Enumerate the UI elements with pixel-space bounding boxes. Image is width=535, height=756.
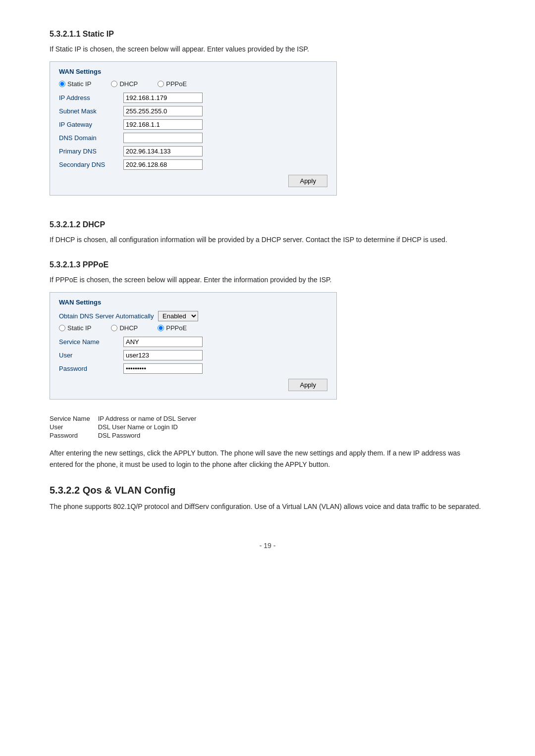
field-user-label: User [59,352,123,359]
ip-address-input[interactable] [123,93,203,103]
pppoe-radio-pppoe-label: PPPoE [166,324,187,332]
legend-service-name-desc: IP Address or name of DSL Server [98,414,205,423]
field-dns-domain: DNS Domain [59,133,327,143]
static-ip-wan-box: WAN Settings Static IP DHCP PPPoE IP Add… [50,61,337,196]
field-ip-address: IP Address [59,93,327,103]
legend-password-desc: DSL Password [98,431,205,440]
field-subnet-mask: Subnet Mask [59,106,327,116]
legend-service-name-field: Service Name [50,414,98,423]
radio-pppoe[interactable] [158,81,164,87]
static-ip-radio-static[interactable]: Static IP [59,80,91,88]
static-ip-wan-title: WAN Settings [59,68,327,75]
dhcp-heading: 5.3.2.1.2 DHCP [50,220,485,229]
pppoe-radio-row: Static IP DHCP PPPoE [59,324,327,332]
secondary-dns-input[interactable] [123,159,203,170]
field-subnet-mask-label: Subnet Mask [59,107,123,115]
radio-static-ip[interactable] [59,81,65,87]
ip-gateway-input[interactable] [123,119,203,130]
legend-user-desc: DSL User Name or Login ID [98,423,205,431]
obtain-dns-select[interactable]: Enabled Disabled [158,311,198,321]
field-secondary-dns-label: Secondary DNS [59,161,123,168]
pppoe-radio-static-ip[interactable] [59,325,65,331]
static-ip-section: 5.3.2.1.1 Static IP If Static IP is chos… [50,30,485,205]
static-ip-radio-pppoe[interactable]: PPPoE [158,80,187,88]
pppoe-heading: 5.3.2.1.3 PPPoE [50,260,485,269]
radio-pppoe-label: PPPoE [166,80,187,88]
radio-dhcp[interactable] [111,81,117,87]
legend-user: User DSL User Name or Login ID [50,423,204,431]
subnet-mask-input[interactable] [123,106,203,116]
legend-service-name: Service Name IP Address or name of DSL S… [50,414,204,423]
qos-vlan-heading: 5.3.2.2 Qos & VLAN Config [50,485,485,496]
pppoe-radio-static-label: Static IP [67,324,91,332]
field-password-label: Password [59,365,123,372]
qos-vlan-description: The phone supports 802.1Q/P protocol and… [50,501,485,512]
legend-password: Password DSL Password [50,431,204,440]
field-primary-dns-label: Primary DNS [59,148,123,155]
field-service-name: Service Name [59,337,327,347]
radio-static-ip-label: Static IP [67,80,91,88]
pppoe-wan-title: WAN Settings [59,299,327,306]
pppoe-section: 5.3.2.1.3 PPPoE If PPPoE is chosen, the … [50,260,485,470]
field-user: User [59,350,327,360]
legend-user-field: User [50,423,98,431]
static-ip-apply-row: Apply [59,175,327,187]
field-ip-gateway-label: IP Gateway [59,121,123,128]
service-name-input[interactable] [123,337,203,347]
pppoe-radio-dhcp[interactable] [111,325,117,331]
dhcp-description: If DHCP is chosen, all configuration inf… [50,234,485,245]
field-secondary-dns: Secondary DNS [59,159,327,170]
pppoe-radio-dhcp-label: DHCP [119,324,138,332]
pppoe-apply-row: Apply [59,379,327,391]
pppoe-field-legend: Service Name IP Address or name of DSL S… [50,414,485,440]
radio-dhcp-label: DHCP [119,80,138,88]
field-ip-gateway: IP Gateway [59,119,327,130]
field-service-name-label: Service Name [59,338,123,346]
obtain-dns-row: Obtain DNS Server Automatically Enabled … [59,311,327,321]
pppoe-after-text: After entering the new settings, click t… [50,448,485,470]
static-ip-description: If Static IP is chosen, the screen below… [50,44,485,54]
field-ip-address-label: IP Address [59,94,123,101]
legend-password-field: Password [50,431,98,440]
pppoe-radio-pppoe[interactable]: PPPoE [158,324,187,332]
user-input[interactable] [123,350,203,360]
static-ip-radio-dhcp[interactable]: DHCP [111,80,138,88]
field-primary-dns: Primary DNS [59,146,327,156]
dns-domain-input[interactable] [123,133,203,143]
password-input[interactable] [123,363,203,374]
pppoe-radio-dhcp[interactable]: DHCP [111,324,138,332]
primary-dns-input[interactable] [123,146,203,156]
page-number: - 19 - [50,542,485,550]
dhcp-section: 5.3.2.1.2 DHCP If DHCP is chosen, all co… [50,220,485,245]
pppoe-radio-pppoe[interactable] [158,325,164,331]
field-password: Password [59,363,327,374]
static-ip-heading: 5.3.2.1.1 Static IP [50,30,485,39]
field-dns-domain-label: DNS Domain [59,134,123,142]
obtain-dns-label: Obtain DNS Server Automatically [59,312,158,320]
pppoe-description: If PPPoE is chosen, the screen below wil… [50,274,485,285]
static-ip-radio-row: Static IP DHCP PPPoE [59,80,327,88]
pppoe-radio-static[interactable]: Static IP [59,324,91,332]
pppoe-apply-button[interactable]: Apply [288,379,327,391]
qos-vlan-section: 5.3.2.2 Qos & VLAN Config The phone supp… [50,485,485,512]
pppoe-wan-box: WAN Settings Obtain DNS Server Automatic… [50,292,337,400]
static-ip-apply-button[interactable]: Apply [288,175,327,187]
